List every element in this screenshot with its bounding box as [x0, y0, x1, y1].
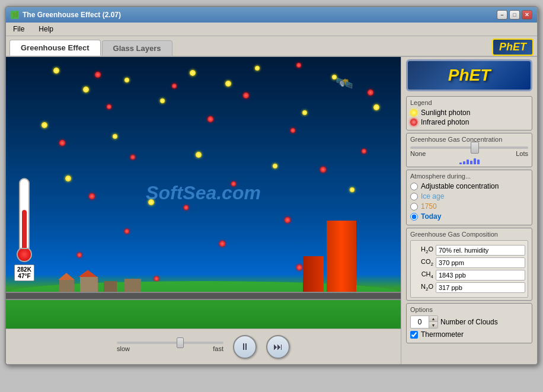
window-title: The Greenhouse Effect (2.07) — [23, 11, 121, 19]
house-2 — [80, 277, 98, 292]
file-menu[interactable]: File — [9, 24, 28, 34]
photon-ir-3 — [243, 93, 249, 98]
photon-sun-12 — [273, 164, 277, 168]
tab-glass-layers[interactable]: Glass Layers — [102, 40, 173, 56]
speed-slider[interactable] — [117, 342, 223, 344]
gas-composition-inner: H2O 70% rel. humidity CO2 370 ppm CH4 18… — [410, 240, 528, 298]
step-button[interactable]: ⏭ — [266, 335, 290, 359]
clouds-label: Number of Clouds — [440, 318, 498, 326]
gas-composition-section: Greenhouse Gas Composition H2O 70% rel. … — [406, 228, 532, 301]
photon-ir-13 — [285, 217, 290, 223]
radio-ice-age: Ice age — [410, 192, 528, 200]
conc-bar-5 — [474, 158, 476, 164]
clouds-up-arrow[interactable]: ▲ — [429, 316, 437, 322]
radio-ice-age-input[interactable] — [410, 193, 418, 200]
infrared-label: Infrared photon — [421, 118, 469, 126]
photon-sun-2 — [124, 78, 129, 82]
title-bar-buttons: – □ ✕ — [497, 10, 532, 20]
app-icon: 🌿 — [11, 11, 19, 19]
n2o-value: 317 ppb — [436, 282, 525, 293]
phet-logo-text: PhET — [448, 66, 491, 84]
none-label: None — [410, 150, 426, 157]
title-bar: 🌿 The Greenhouse Effect (2.07) – □ ✕ — [6, 7, 537, 23]
photon-sun-6 — [160, 98, 165, 103]
roof-2 — [78, 270, 97, 277]
legend-sunlight: Sunlight photon — [410, 109, 528, 117]
num-arrows: ▲ ▼ — [429, 316, 437, 328]
conc-bar-6 — [477, 160, 480, 164]
sim-area: 🛰️ — [6, 57, 401, 364]
radio-today-input[interactable] — [410, 213, 418, 221]
house-1 — [59, 280, 74, 292]
photon-sun-16 — [332, 75, 337, 79]
conc-bar-1 — [459, 162, 462, 164]
photon-ir-18 — [154, 276, 159, 281]
clouds-input[interactable] — [411, 317, 429, 327]
photon-ir-14 — [124, 229, 129, 234]
photon-ir-9 — [320, 167, 326, 173]
conc-bar-3 — [467, 160, 469, 164]
radio-adjustable-input[interactable] — [410, 183, 418, 190]
clouds-option: ▲ ▼ Number of Clouds — [410, 315, 528, 329]
thermometer-label: Thermometer — [421, 330, 464, 339]
pause-button[interactable]: ⏸ — [233, 335, 257, 359]
atmosphere-section: Atmosphere during... Adjustable concentr… — [406, 170, 532, 225]
photon-sun-14 — [350, 187, 354, 192]
slider-labels: None Lots — [410, 150, 528, 157]
thermometer-fill — [22, 210, 27, 248]
ch4-formula: CH4 — [413, 270, 433, 279]
h2o-value: 70% rel. humidity — [436, 245, 525, 256]
speed-slow-label: slow — [117, 345, 130, 352]
photon-ir-12 — [184, 205, 189, 210]
minimize-button[interactable]: – — [497, 10, 507, 20]
photon-ir-15 — [219, 241, 225, 247]
gas-row-ch4: CH4 1843 ppb — [413, 270, 525, 281]
thermometer-checkbox[interactable] — [410, 331, 418, 339]
photon-ir-22 — [362, 149, 366, 154]
sim-canvas: 🛰️ — [6, 57, 401, 329]
photon-ir-20 — [296, 63, 301, 68]
radio-1750-label: 1750 — [421, 202, 437, 211]
close-button[interactable]: ✕ — [522, 10, 532, 20]
road — [6, 292, 401, 300]
co2-formula: CO2 — [413, 258, 433, 267]
main-content: 🛰️ — [6, 56, 537, 364]
house-3 — [104, 281, 117, 292]
clouds-down-arrow[interactable]: ▼ — [429, 322, 437, 328]
tab-greenhouse[interactable]: Greenhouse Effect — [9, 40, 101, 56]
title-bar-left: 🌿 The Greenhouse Effect (2.07) — [11, 11, 121, 19]
concentration-section: Greenhouse Gas Concentration None Lots — [406, 133, 532, 167]
building-tall — [327, 221, 356, 292]
photon-sun-1 — [53, 68, 59, 74]
radio-1750-input[interactable] — [410, 203, 418, 211]
menu-bar: File Help — [6, 23, 537, 36]
sunlight-photon-icon — [410, 109, 417, 116]
radio-today-label: Today — [421, 212, 441, 221]
photon-sun-10 — [113, 134, 117, 139]
atmosphere-title: Atmosphere during... — [410, 173, 528, 180]
help-menu[interactable]: Help — [35, 24, 57, 34]
ch4-value: 1843 ppb — [436, 270, 525, 281]
legend-infrared: Infrared photon — [410, 118, 528, 126]
gas-composition-title: Greenhouse Gas Composition — [410, 231, 528, 238]
conc-bar-4 — [470, 161, 472, 164]
maximize-button[interactable]: □ — [509, 10, 520, 20]
photon-sun-5 — [83, 87, 89, 93]
photon-sun-3 — [190, 70, 196, 76]
speed-control: slow fast — [117, 342, 223, 352]
building-medium — [303, 256, 324, 292]
gas-row-n2o: N2O 317 ppb — [413, 282, 525, 293]
satellite-icon: 🛰️ — [336, 75, 353, 91]
concentration-bars — [410, 158, 528, 164]
conc-bar-2 — [463, 161, 465, 164]
photon-sun-13 — [65, 176, 71, 181]
photon-ir-17 — [296, 264, 302, 270]
concentration-slider[interactable] — [410, 146, 528, 149]
h2o-formula: H2O — [413, 246, 433, 254]
speed-labels: slow fast — [117, 345, 223, 352]
radio-1750: 1750 — [410, 202, 528, 211]
radio-today: Today — [410, 212, 528, 221]
photon-sun-7 — [225, 81, 231, 87]
lots-label: Lots — [516, 150, 528, 157]
slider-container: None Lots — [410, 146, 528, 164]
